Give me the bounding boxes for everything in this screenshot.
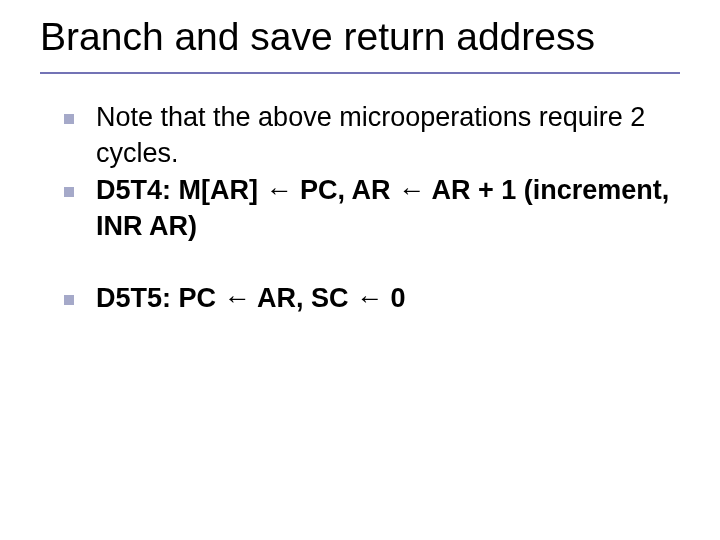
square-bullet-icon [64, 187, 74, 197]
list-item: Note that the above microoperations requ… [64, 100, 680, 171]
square-bullet-icon [64, 114, 74, 124]
slide-body: Note that the above microoperations requ… [40, 100, 680, 316]
title-underline [40, 72, 680, 74]
bullet-text: D5T4: M[AR] ← PC, AR ← AR + 1 (increment… [96, 173, 680, 244]
square-bullet-icon [64, 295, 74, 305]
bullet-text: D5T5: PC ← AR, SC ← 0 [96, 281, 680, 317]
list-item: D5T4: M[AR] ← PC, AR ← AR + 1 (increment… [64, 173, 680, 244]
bullet-text: Note that the above microoperations requ… [96, 100, 680, 171]
slide: Branch and save return address Note that… [0, 0, 720, 540]
list-item: D5T5: PC ← AR, SC ← 0 [64, 281, 680, 317]
blank-line [64, 247, 680, 281]
slide-title: Branch and save return address [40, 14, 680, 60]
